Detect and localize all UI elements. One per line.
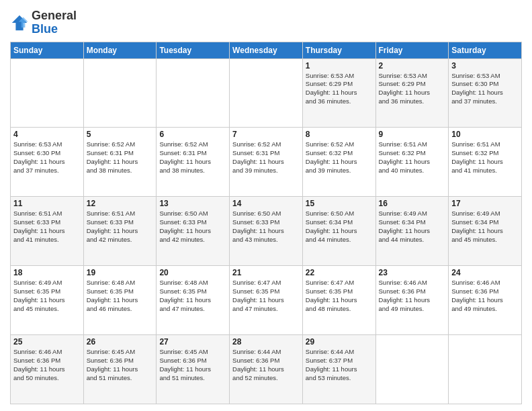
day-info: Sunrise: 6:48 AMSunset: 6:35 PMDaylight:…	[159, 279, 226, 313]
day-info: Sunrise: 6:53 AMSunset: 6:30 PMDaylight:…	[13, 140, 81, 175]
calendar-cell: 8Sunrise: 6:52 AMSunset: 6:32 PMDaylight…	[302, 128, 375, 197]
calendar-cell: 27Sunrise: 6:45 AMSunset: 6:36 PMDayligh…	[157, 335, 230, 404]
calendar-cell: 11Sunrise: 6:51 AMSunset: 6:33 PMDayligh…	[11, 197, 84, 266]
calendar-cell: 4Sunrise: 6:53 AMSunset: 6:30 PMDaylight…	[11, 128, 84, 197]
weekday-header-monday: Monday	[83, 42, 157, 58]
day-number: 8	[306, 130, 373, 139]
calendar-cell: 19Sunrise: 6:48 AMSunset: 6:35 PMDayligh…	[83, 266, 157, 335]
day-number: 16	[379, 199, 446, 208]
day-info: Sunrise: 6:44 AMSunset: 6:36 PMDaylight:…	[232, 348, 300, 382]
day-info: Sunrise: 6:46 AMSunset: 6:36 PMDaylight:…	[13, 348, 81, 382]
day-info: Sunrise: 6:51 AMSunset: 6:33 PMDaylight:…	[87, 210, 154, 244]
day-number: 9	[379, 130, 446, 139]
day-number: 10	[451, 130, 519, 139]
day-number: 17	[451, 199, 519, 208]
calendar-cell: 15Sunrise: 6:50 AMSunset: 6:34 PMDayligh…	[302, 197, 375, 266]
calendar-table: SundayMondayTuesdayWednesdayThursdayFrid…	[10, 42, 522, 404]
calendar-cell: 22Sunrise: 6:47 AMSunset: 6:35 PMDayligh…	[302, 266, 375, 335]
calendar-cell: 24Sunrise: 6:46 AMSunset: 6:36 PMDayligh…	[449, 266, 522, 335]
page: General Blue SundayMondayTuesdayWednesda…	[0, 0, 532, 411]
calendar-cell: 21Sunrise: 6:47 AMSunset: 6:35 PMDayligh…	[230, 266, 303, 335]
calendar-cell: 20Sunrise: 6:48 AMSunset: 6:35 PMDayligh…	[157, 266, 230, 335]
day-info: Sunrise: 6:50 AMSunset: 6:33 PMDaylight:…	[232, 210, 300, 244]
weekday-header-tuesday: Tuesday	[157, 42, 230, 58]
calendar-cell: 12Sunrise: 6:51 AMSunset: 6:33 PMDayligh…	[83, 197, 157, 266]
day-info: Sunrise: 6:53 AMSunset: 6:29 PMDaylight:…	[306, 72, 373, 106]
calendar-cell: 10Sunrise: 6:51 AMSunset: 6:32 PMDayligh…	[449, 128, 522, 197]
day-info: Sunrise: 6:52 AMSunset: 6:31 PMDaylight:…	[159, 140, 226, 175]
day-info: Sunrise: 6:46 AMSunset: 6:36 PMDaylight:…	[451, 279, 519, 313]
day-info: Sunrise: 6:53 AMSunset: 6:30 PMDaylight:…	[451, 72, 519, 106]
day-number: 27	[159, 337, 226, 347]
day-number: 3	[451, 61, 519, 71]
day-number: 11	[13, 199, 81, 208]
calendar-cell: 26Sunrise: 6:45 AMSunset: 6:36 PMDayligh…	[83, 335, 157, 404]
day-info: Sunrise: 6:47 AMSunset: 6:35 PMDaylight:…	[232, 279, 300, 313]
day-info: Sunrise: 6:47 AMSunset: 6:35 PMDaylight:…	[306, 279, 373, 313]
calendar-cell	[83, 58, 157, 128]
day-number: 1	[306, 61, 373, 71]
day-info: Sunrise: 6:50 AMSunset: 6:34 PMDaylight:…	[306, 210, 373, 244]
calendar-cell: 1Sunrise: 6:53 AMSunset: 6:29 PMDaylight…	[302, 58, 375, 128]
calendar-cell: 17Sunrise: 6:49 AMSunset: 6:34 PMDayligh…	[449, 197, 522, 266]
calendar-week-2: 4Sunrise: 6:53 AMSunset: 6:30 PMDaylight…	[11, 128, 522, 197]
calendar-cell: 5Sunrise: 6:52 AMSunset: 6:31 PMDaylight…	[83, 128, 157, 197]
day-number: 23	[379, 268, 446, 277]
logo-icon	[10, 13, 29, 32]
day-number: 13	[159, 199, 226, 208]
day-info: Sunrise: 6:45 AMSunset: 6:36 PMDaylight:…	[159, 348, 226, 382]
day-info: Sunrise: 6:50 AMSunset: 6:33 PMDaylight:…	[159, 210, 226, 244]
day-info: Sunrise: 6:51 AMSunset: 6:33 PMDaylight:…	[13, 210, 81, 244]
calendar-cell	[449, 335, 522, 404]
day-info: Sunrise: 6:49 AMSunset: 6:34 PMDaylight:…	[379, 210, 446, 244]
day-number: 25	[13, 337, 81, 347]
day-number: 7	[232, 130, 300, 139]
calendar-cell: 9Sunrise: 6:51 AMSunset: 6:32 PMDaylight…	[375, 128, 449, 197]
day-number: 5	[87, 130, 154, 139]
day-number: 22	[306, 268, 373, 277]
calendar-cell: 7Sunrise: 6:52 AMSunset: 6:31 PMDaylight…	[230, 128, 303, 197]
day-number: 12	[87, 199, 154, 208]
day-number: 28	[232, 337, 300, 347]
weekday-header-wednesday: Wednesday	[230, 42, 303, 58]
calendar-cell: 28Sunrise: 6:44 AMSunset: 6:36 PMDayligh…	[230, 335, 303, 404]
day-info: Sunrise: 6:45 AMSunset: 6:36 PMDaylight:…	[87, 348, 154, 382]
calendar-cell: 6Sunrise: 6:52 AMSunset: 6:31 PMDaylight…	[157, 128, 230, 197]
day-info: Sunrise: 6:46 AMSunset: 6:36 PMDaylight:…	[379, 279, 446, 313]
day-info: Sunrise: 6:48 AMSunset: 6:35 PMDaylight:…	[87, 279, 154, 313]
day-info: Sunrise: 6:52 AMSunset: 6:31 PMDaylight:…	[232, 140, 300, 175]
day-number: 14	[232, 199, 300, 208]
day-number: 26	[87, 337, 154, 347]
day-info: Sunrise: 6:52 AMSunset: 6:31 PMDaylight:…	[87, 140, 154, 175]
day-number: 4	[13, 130, 81, 139]
day-number: 29	[306, 337, 373, 347]
day-number: 20	[159, 268, 226, 277]
day-info: Sunrise: 6:53 AMSunset: 6:29 PMDaylight:…	[379, 72, 446, 106]
calendar-cell: 14Sunrise: 6:50 AMSunset: 6:33 PMDayligh…	[230, 197, 303, 266]
calendar-cell: 29Sunrise: 6:44 AMSunset: 6:37 PMDayligh…	[302, 335, 375, 404]
day-info: Sunrise: 6:49 AMSunset: 6:35 PMDaylight:…	[13, 279, 81, 313]
day-info: Sunrise: 6:49 AMSunset: 6:34 PMDaylight:…	[451, 210, 519, 244]
logo: General Blue	[10, 9, 77, 36]
day-info: Sunrise: 6:52 AMSunset: 6:32 PMDaylight:…	[306, 140, 373, 175]
logo-blue: Blue	[32, 22, 58, 36]
logo-general: General	[32, 9, 77, 22]
day-number: 15	[306, 199, 373, 208]
calendar-cell	[230, 58, 303, 128]
weekday-header-thursday: Thursday	[302, 42, 375, 58]
day-info: Sunrise: 6:51 AMSunset: 6:32 PMDaylight:…	[451, 140, 519, 175]
calendar-cell: 25Sunrise: 6:46 AMSunset: 6:36 PMDayligh…	[11, 335, 84, 404]
calendar-week-5: 25Sunrise: 6:46 AMSunset: 6:36 PMDayligh…	[11, 335, 522, 404]
calendar-cell	[375, 335, 449, 404]
calendar-cell: 2Sunrise: 6:53 AMSunset: 6:29 PMDaylight…	[375, 58, 449, 128]
day-number: 19	[87, 268, 154, 277]
day-info: Sunrise: 6:44 AMSunset: 6:37 PMDaylight:…	[306, 348, 373, 382]
calendar-cell	[157, 58, 230, 128]
weekday-header-sunday: Sunday	[11, 42, 84, 58]
day-number: 6	[159, 130, 226, 139]
header: General Blue	[10, 7, 522, 36]
weekday-header-row: SundayMondayTuesdayWednesdayThursdayFrid…	[11, 42, 522, 58]
calendar-week-3: 11Sunrise: 6:51 AMSunset: 6:33 PMDayligh…	[11, 197, 522, 266]
calendar-cell: 13Sunrise: 6:50 AMSunset: 6:33 PMDayligh…	[157, 197, 230, 266]
day-number: 18	[13, 268, 81, 277]
